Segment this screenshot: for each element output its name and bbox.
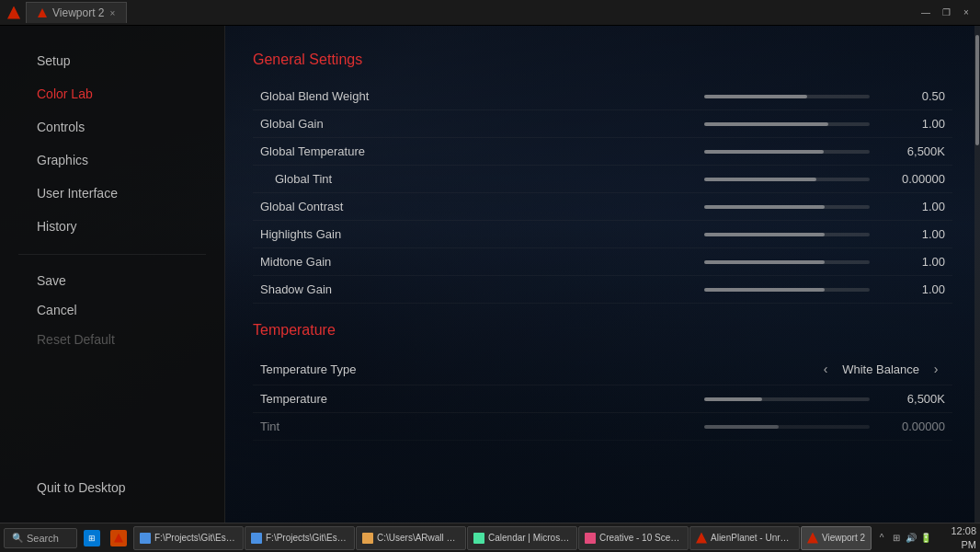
sidebar-item-graphics[interactable]: Graphics <box>0 144 224 177</box>
setting-row-shadow-gain: Shadow Gain 1.00 <box>253 276 952 304</box>
temperature-type-value: White Balance <box>842 362 919 376</box>
sidebar-spacer <box>0 354 224 471</box>
taskbar-window-2[interactable]: F:\Projects\Git\Esse... <box>245 526 355 550</box>
slider-fill <box>704 425 779 429</box>
window-label-3: C:\Users\ARwall Tra... <box>377 533 460 543</box>
value-global-temperature: 6,500K <box>881 144 945 158</box>
sidebar-item-userinterface[interactable]: User Interface <box>0 177 224 210</box>
slider-highlights-gain[interactable] <box>704 233 870 236</box>
slider-global-gain[interactable] <box>704 122 870 126</box>
search-text: Search <box>27 533 59 544</box>
setting-row-tint: Tint 0.00000 <box>253 413 952 441</box>
tray-icon-battery[interactable]: 🔋 <box>919 532 932 545</box>
window-controls: — ❐ × <box>919 6 973 19</box>
reset-default-btn: Reset Default <box>0 325 224 354</box>
taskbar-icon-2[interactable] <box>106 525 131 551</box>
value-global-tint: 0.00000 <box>881 172 945 186</box>
taskbar-windows: F:\Projects\Git\Esse... F:\Projects\Git\… <box>133 526 872 550</box>
taskbar-window-5[interactable]: Creative - 10 Scenes... <box>578 526 689 550</box>
setting-control-temperature-type: ‹ White Balance › <box>444 360 945 378</box>
setting-label-global-contrast: Global Contrast <box>260 200 444 213</box>
tray-icon-network[interactable]: ⊞ <box>890 532 903 545</box>
slider-temperature[interactable] <box>704 397 870 401</box>
save-btn[interactable]: Save <box>0 266 224 295</box>
setting-label-global-gain: Global Gain <box>260 117 444 131</box>
tab-icon <box>38 8 47 17</box>
tab-close-btn[interactable]: × <box>109 8 115 18</box>
setting-control-global-tint: 0.00000 <box>444 172 945 186</box>
window-icon-2 <box>251 533 262 544</box>
value-global-gain: 1.00 <box>881 117 945 131</box>
temperature-type-selector: ‹ White Balance › <box>816 360 945 378</box>
taskbar-window-7[interactable]: Viewport 2 <box>801 526 872 550</box>
slider-shadow-gain[interactable] <box>704 288 870 292</box>
taskbar-window-3[interactable]: C:\Users\ARwall Tra... <box>356 526 466 550</box>
restore-btn[interactable]: ❐ <box>940 6 952 19</box>
setting-label-global-temperature: Global Temperature <box>260 144 444 158</box>
taskbar-time[interactable]: 12:08 PM <box>934 524 976 551</box>
quit-btn[interactable]: Quit to Desktop <box>0 471 224 504</box>
sidebar-item-history[interactable]: History <box>0 210 224 243</box>
taskbar-quick-launch: ⊞ <box>79 525 131 551</box>
value-global-blend-weight: 0.50 <box>881 89 945 103</box>
setting-control-global-contrast: 1.00 <box>444 200 945 213</box>
setting-label-highlights-gain: Highlights Gain <box>260 227 444 241</box>
slider-fill <box>704 150 824 154</box>
slider-global-blend-weight[interactable] <box>704 95 870 98</box>
value-shadow-gain: 1.00 <box>881 282 945 296</box>
window-label-6: AlienPlanet - Unreal... <box>711 533 793 543</box>
slider-fill <box>704 122 828 126</box>
setting-control-global-temperature: 6,500K <box>444 144 945 158</box>
setting-control-shadow-gain: 1.00 <box>444 282 945 296</box>
tray-icon-volume[interactable]: 🔊 <box>905 532 917 545</box>
sidebar-item-colorlab[interactable]: Color Lab <box>0 77 224 110</box>
app-icon-ue <box>110 530 127 546</box>
main-layout: Setup Color Lab Controls Graphics User I… <box>0 26 980 523</box>
slider-global-tint[interactable] <box>704 178 870 181</box>
taskbar-window-4[interactable]: Calendar | Microsoft... <box>467 526 577 550</box>
value-midtone-gain: 1.00 <box>881 255 945 269</box>
slider-global-temperature[interactable] <box>704 150 870 154</box>
cancel-btn[interactable]: Cancel <box>0 295 224 325</box>
setting-control-global-blend-weight: 0.50 <box>444 89 945 103</box>
setting-label-temperature-type: Temperature Type <box>260 362 444 376</box>
window-icon-7 <box>807 533 818 544</box>
scroll-indicator[interactable] <box>974 26 980 523</box>
sidebar-item-setup[interactable]: Setup <box>0 44 224 77</box>
general-settings-header: General Settings <box>253 52 952 68</box>
taskbar-icon-1[interactable]: ⊞ <box>79 525 105 551</box>
taskbar-search[interactable]: 🔍 Search <box>4 528 77 548</box>
value-highlights-gain: 1.00 <box>881 227 945 241</box>
window-label-1: F:\Projects\Git\Esse... <box>154 533 237 543</box>
window-label-7: Viewport 2 <box>822 533 865 543</box>
setting-control-global-gain: 1.00 <box>444 117 945 131</box>
taskbar-window-6[interactable]: AlienPlanet - Unreal... <box>689 526 800 550</box>
sidebar: Setup Color Lab Controls Graphics User I… <box>0 26 225 523</box>
setting-control-midtone-gain: 1.00 <box>444 255 945 269</box>
setting-label-tint: Tint <box>260 420 444 433</box>
setting-row-midtone-gain: Midtone Gain 1.00 <box>253 248 952 276</box>
slider-global-contrast[interactable] <box>704 205 870 209</box>
content-scroll[interactable]: General Settings Global Blend Weight 0.5… <box>225 26 980 523</box>
window-icon-3 <box>362 533 373 544</box>
close-btn[interactable]: × <box>960 6 973 19</box>
temperature-type-next-btn[interactable]: › <box>927 360 945 378</box>
temperature-type-prev-btn[interactable]: ‹ <box>816 360 835 378</box>
sidebar-item-controls[interactable]: Controls <box>0 110 224 144</box>
slider-fill <box>704 233 825 236</box>
setting-control-temperature: 6,500K <box>444 392 945 406</box>
tray-icon-1[interactable]: ^ <box>875 532 888 545</box>
setting-row-global-blend-weight: Global Blend Weight 0.50 <box>253 83 952 110</box>
sidebar-divider <box>18 254 206 255</box>
tab-label: Viewport 2 <box>52 6 104 19</box>
minimize-btn[interactable]: — <box>919 6 932 19</box>
window-label-4: Calendar | Microsoft... <box>488 533 571 543</box>
taskbar-window-1[interactable]: F:\Projects\Git\Esse... <box>133 526 244 550</box>
temperature-settings-header: Temperature <box>253 322 952 339</box>
slider-midtone-gain[interactable] <box>704 260 870 264</box>
slider-tint[interactable] <box>704 425 870 429</box>
title-bar: Viewport 2 × — ❐ × <box>0 0 980 26</box>
viewport-tab[interactable]: Viewport 2 × <box>26 2 127 23</box>
window-icon-5 <box>585 533 596 544</box>
setting-label-global-blend-weight: Global Blend Weight <box>260 89 444 103</box>
